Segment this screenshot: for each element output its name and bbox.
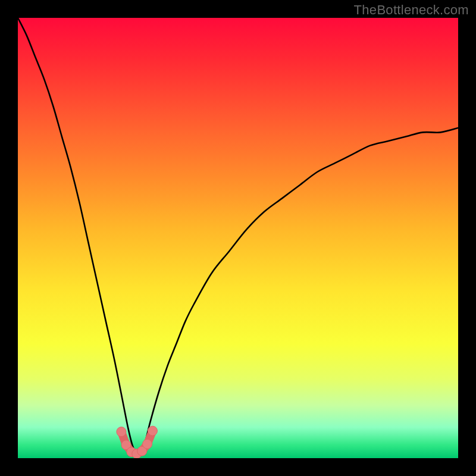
optimum-marker: [143, 439, 152, 449]
optimum-marker: [148, 426, 157, 436]
optimum-marker: [117, 427, 126, 437]
optimum-markers: [117, 426, 158, 458]
plot-area: [18, 18, 458, 458]
watermark-text: TheBottleneck.com: [354, 2, 469, 18]
curve-layer: [18, 18, 458, 458]
deviation-curve: [18, 18, 458, 454]
chart-frame: TheBottleneck.com: [0, 0, 476, 476]
